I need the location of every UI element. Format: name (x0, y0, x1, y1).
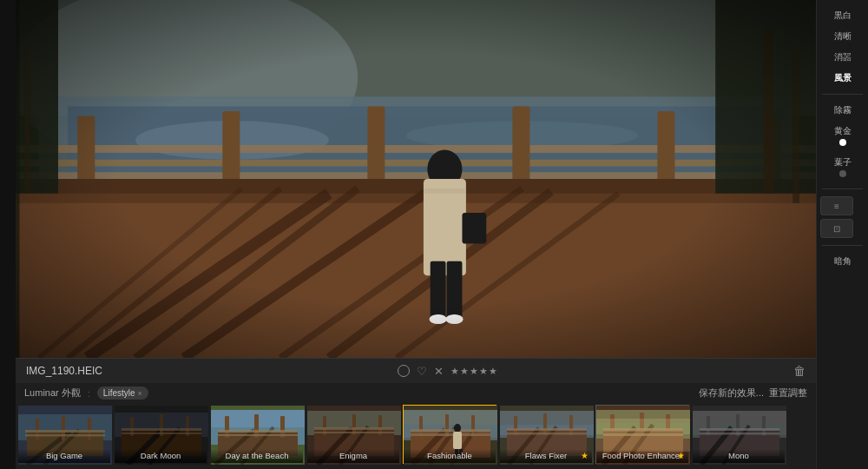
thumb-flaws-fixer[interactable]: Flaws Fixer ★ (499, 405, 593, 464)
sidebar-item-bw[interactable]: 黒白 (820, 7, 865, 24)
sidebar-label-dehaze: 除霧 (834, 104, 852, 116)
thumb-mono[interactable]: Mono (692, 405, 786, 464)
thumb-food-photo[interactable]: Food Photo Enhancer ★ (595, 405, 689, 464)
sidebar-item-leaves[interactable]: 葉子 (820, 154, 865, 182)
svg-rect-72 (254, 414, 259, 438)
svg-rect-84 (314, 427, 394, 430)
svg-rect-74 (218, 430, 298, 433)
main-area: IMG_1190.HEIC ♡ ✕ ★★★★★ 🗑 Luminar 外觀 : L… (16, 0, 816, 469)
svg-rect-108 (514, 416, 517, 435)
reset-adjustments-button[interactable]: 重置調整 (769, 386, 807, 400)
sidebar-label-bw: 黒白 (834, 10, 852, 22)
sidebar-item-clarity[interactable]: 清晰 (820, 28, 865, 45)
thumb-big-game[interactable]: Big Game (17, 405, 111, 464)
sidebar-label-golden: 黄金 (834, 125, 852, 137)
filmstrip: Big Game Dark Moon (16, 403, 816, 469)
photo-container (16, 0, 816, 358)
thumb-label-big-game: Big Game (18, 449, 110, 463)
separator: : (88, 388, 90, 399)
sidebar-item-golden[interactable]: 黄金 (820, 122, 865, 150)
svg-rect-85 (314, 432, 394, 433)
dot-indicator-leaves (839, 170, 846, 177)
thumb-star-flaws-fixer: ★ (581, 451, 589, 460)
lifestyle-tag[interactable]: Lifestyle × (97, 386, 148, 400)
svg-rect-111 (507, 428, 587, 431)
save-effect-button[interactable]: 保存新的效果... (699, 386, 764, 400)
thumb-label-food-photo: Food Photo Enhancer (596, 449, 688, 463)
svg-point-98 (454, 424, 461, 433)
svg-rect-75 (218, 434, 298, 436)
dot-indicator-golden (839, 139, 846, 146)
filmstrip-container: Luminar 外觀 : Lifestyle × 保存新的效果... 重置調整 (16, 383, 816, 469)
sidebar-divider-3 (822, 245, 863, 246)
svg-rect-99 (453, 432, 462, 449)
svg-rect-131 (707, 416, 710, 435)
sidebar-label-clarity: 清晰 (834, 30, 852, 43)
thumb-label-dark-moon: Dark Moon (115, 449, 207, 463)
svg-rect-96 (411, 429, 490, 433)
main-photo (16, 0, 816, 358)
rating-area: ♡ ✕ ★★★★★ (398, 365, 498, 378)
sidebar-item-vignette[interactable]: 暗角 (820, 253, 865, 270)
thumb-star-food-photo: ★ (677, 451, 685, 460)
thumb-day-at-beach[interactable]: Day at the Beach (210, 405, 304, 464)
sidebar-divider (822, 94, 863, 95)
sidebar-label-landscape: 風景 (834, 72, 852, 84)
right-sidebar: 黒白 清晰 消噐 風景 除霧 黄金 葉子 ≡ ⊡ 暗角 (816, 0, 868, 469)
circle-rating-icon[interactable] (398, 365, 410, 377)
heart-icon[interactable]: ♡ (417, 365, 427, 378)
sidebar-item-landscape[interactable]: 風景 (820, 69, 865, 87)
svg-rect-97 (411, 433, 490, 436)
svg-rect-112 (507, 433, 587, 435)
sidebar-item-dehaze[interactable]: 除霧 (820, 102, 865, 119)
sidebar-label-denoise: 消噐 (834, 51, 852, 63)
thumb-label-mono: Mono (693, 449, 785, 463)
tag-label: Lifestyle (103, 388, 135, 398)
tag-close-icon[interactable]: × (138, 389, 142, 398)
expand-icon: ≡ (834, 201, 839, 211)
svg-rect-124 (596, 419, 690, 452)
svg-rect-109 (543, 413, 547, 435)
svg-rect-54 (25, 434, 105, 437)
svg-rect-53 (25, 430, 105, 433)
svg-rect-51 (62, 416, 65, 440)
thumb-fashionable[interactable]: Fashionable (403, 405, 496, 464)
collapse-icon: ⊡ (833, 224, 840, 234)
thumb-label-fashionable: Fashionable (404, 449, 496, 463)
sidebar-expand-btn[interactable]: ≡ (820, 196, 853, 215)
sidebar-collapse-btn[interactable]: ⊡ (820, 219, 853, 238)
svg-rect-52 (88, 418, 91, 440)
sidebar-label-vignette: 暗角 (834, 255, 852, 268)
filmstrip-header: Luminar 外觀 : Lifestyle × 保存新的效果... 重置調整 (16, 383, 816, 403)
reject-icon[interactable]: ✕ (434, 365, 444, 378)
svg-rect-135 (700, 433, 779, 435)
svg-rect-110 (569, 415, 573, 435)
svg-rect-134 (700, 428, 779, 431)
thumb-label-enigma: Enigma (307, 449, 399, 463)
thumb-dark-moon[interactable]: Dark Moon (114, 405, 207, 464)
sidebar-label-leaves: 葉子 (834, 156, 852, 168)
thumb-enigma[interactable]: Enigma (306, 405, 400, 464)
left-sidebar (0, 0, 16, 469)
trash-icon[interactable]: 🗑 (793, 364, 806, 378)
svg-rect-64 (122, 433, 201, 434)
svg-rect-50 (36, 419, 39, 440)
star-rating[interactable]: ★★★★★ (450, 366, 498, 377)
filename-label: IMG_1190.HEIC (26, 365, 102, 377)
thumb-label-day-at-beach: Day at the Beach (211, 449, 303, 463)
svg-rect-63 (122, 428, 201, 431)
sidebar-item-denoise[interactable]: 消噐 (820, 49, 865, 66)
thumb-label-flaws-fixer: Flaws Fixer (500, 449, 592, 463)
luminar-label: Luminar 外觀 (24, 386, 81, 400)
sidebar-divider-2 (822, 188, 863, 189)
svg-rect-44 (16, 0, 816, 358)
bottom-bar: IMG_1190.HEIC ♡ ✕ ★★★★★ 🗑 (16, 358, 816, 383)
